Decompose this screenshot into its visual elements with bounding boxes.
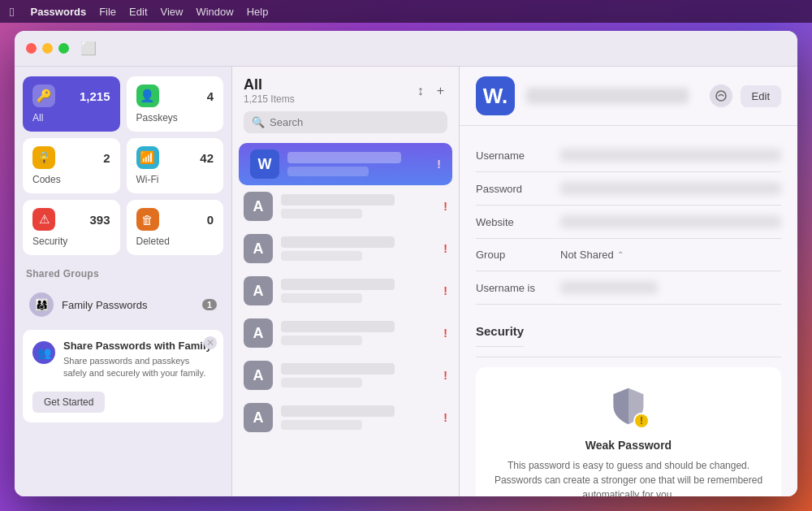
website-value bbox=[560, 215, 781, 228]
password-field-row: Password bbox=[476, 172, 781, 206]
item-avatar: A bbox=[244, 318, 273, 348]
password-label: Password bbox=[476, 183, 549, 195]
sidebar-item-all[interactable]: 🔑 1,215 All bbox=[23, 76, 120, 132]
wifi-icon: 📶 bbox=[136, 146, 159, 169]
item-name bbox=[281, 405, 395, 417]
detail-avatar: W. bbox=[476, 76, 515, 115]
add-button[interactable]: + bbox=[434, 80, 447, 102]
close-button[interactable] bbox=[26, 43, 37, 54]
detail-header: W. Edit bbox=[460, 67, 797, 126]
item-warning-icon: ! bbox=[443, 369, 447, 382]
content-area: 🔑 1,215 All 👤 4 Passkeys 🔒 2 bbox=[15, 67, 797, 496]
sidebar-item-wifi[interactable]: 📶 42 Wi-Fi bbox=[127, 138, 224, 193]
maximize-button[interactable] bbox=[58, 43, 69, 54]
sidebar: 🔑 1,215 All 👤 4 Passkeys 🔒 2 bbox=[15, 67, 232, 496]
username-field-row: Username bbox=[476, 139, 781, 172]
item-avatar: A bbox=[244, 403, 273, 432]
item-subtitle bbox=[287, 167, 369, 176]
sidebar-item-security[interactable]: ⚠ 393 Security bbox=[23, 200, 120, 255]
sidebar-toggle-icon[interactable]: ⬜ bbox=[80, 41, 97, 56]
item-name bbox=[281, 194, 395, 206]
wifi-label: Wi-Fi bbox=[136, 174, 214, 185]
item-warning-icon: ! bbox=[437, 158, 441, 171]
minimize-button[interactable] bbox=[42, 43, 53, 54]
all-icon: 🔑 bbox=[32, 84, 55, 107]
item-warning-icon: ! bbox=[443, 327, 447, 340]
promo-close-button[interactable]: ✕ bbox=[204, 336, 217, 349]
family-passwords-group[interactable]: 👨‍👩‍👧 Family Passwords 1 bbox=[23, 286, 223, 323]
security-label: Security bbox=[32, 236, 110, 247]
username-value bbox=[560, 149, 781, 162]
list-item[interactable]: A ! bbox=[232, 312, 459, 354]
item-name bbox=[281, 279, 395, 290]
weak-password-description: This password is easy to guess and shoul… bbox=[492, 458, 765, 496]
item-subtitle bbox=[281, 251, 362, 261]
username-is-label: Username is bbox=[476, 282, 549, 294]
menu-edit[interactable]: Edit bbox=[129, 6, 147, 18]
svg-point-0 bbox=[716, 91, 726, 101]
list-item[interactable]: A ! bbox=[232, 354, 459, 396]
search-input[interactable] bbox=[270, 116, 439, 128]
detail-fields: Username Password Website Group Not Shar… bbox=[460, 126, 797, 496]
menu-view[interactable]: View bbox=[161, 6, 184, 18]
all-label: All bbox=[32, 112, 110, 123]
item-name bbox=[281, 363, 395, 375]
touch-id-icon[interactable] bbox=[710, 84, 732, 107]
menu-window[interactable]: Window bbox=[196, 6, 233, 18]
search-icon: 🔍 bbox=[252, 116, 265, 128]
family-group-name: Family Passwords bbox=[62, 299, 194, 311]
deleted-label: Deleted bbox=[136, 236, 214, 247]
item-subtitle bbox=[281, 336, 362, 345]
item-subtitle bbox=[281, 378, 362, 388]
list-item[interactable]: A ! bbox=[232, 270, 459, 312]
password-value bbox=[560, 182, 781, 195]
edit-button[interactable]: Edit bbox=[741, 85, 781, 107]
passkeys-icon: 👤 bbox=[136, 84, 159, 107]
menu-file[interactable]: File bbox=[99, 6, 116, 18]
deleted-icon: 🗑 bbox=[136, 208, 159, 231]
menu-help[interactable]: Help bbox=[247, 6, 269, 18]
all-count: 1,215 bbox=[80, 89, 110, 103]
list-item[interactable]: A ! bbox=[232, 396, 459, 439]
item-subtitle bbox=[281, 293, 362, 303]
warning-badge: ! bbox=[633, 413, 650, 429]
codes-count: 2 bbox=[103, 151, 110, 165]
username-is-value bbox=[560, 281, 658, 294]
group-value[interactable]: Not Shared ⌃ bbox=[560, 249, 624, 261]
item-warning-icon: ! bbox=[443, 242, 447, 255]
promo-title: Share Passwords with Family bbox=[63, 340, 214, 352]
item-avatar: A bbox=[244, 361, 273, 390]
sidebar-item-codes[interactable]: 🔒 2 Codes bbox=[23, 138, 120, 193]
get-started-button[interactable]: Get Started bbox=[32, 392, 105, 413]
detail-actions: Edit bbox=[710, 84, 781, 107]
shared-groups-label: Shared Groups bbox=[26, 268, 220, 279]
security-count: 393 bbox=[89, 213, 110, 227]
weak-password-card: ! Weak Password This password is easy to… bbox=[476, 367, 781, 496]
sidebar-item-deleted[interactable]: 🗑 0 Deleted bbox=[127, 200, 224, 255]
menu-bar:  Passwords File Edit View Window Help bbox=[0, 0, 812, 23]
title-bar: ⬜ bbox=[15, 31, 797, 67]
list-item[interactable]: A ! bbox=[232, 227, 459, 270]
list-item[interactable]: A ! bbox=[232, 185, 459, 227]
item-warning-icon: ! bbox=[443, 200, 447, 213]
item-name bbox=[281, 321, 395, 332]
item-subtitle bbox=[281, 420, 362, 430]
item-info bbox=[287, 152, 429, 176]
item-avatar: W bbox=[250, 149, 279, 179]
username-is-field-row: Username is bbox=[476, 271, 781, 305]
passkeys-label: Passkeys bbox=[136, 112, 214, 123]
sort-button[interactable]: ↕︎ bbox=[414, 80, 427, 102]
shield-container: ! bbox=[607, 387, 650, 429]
deleted-count: 0 bbox=[207, 213, 214, 227]
search-box[interactable]: 🔍 bbox=[244, 111, 447, 133]
item-avatar: A bbox=[244, 234, 273, 263]
item-warning-icon: ! bbox=[443, 411, 447, 424]
wifi-count: 42 bbox=[200, 151, 214, 165]
sidebar-item-passkeys[interactable]: 👤 4 Passkeys bbox=[127, 76, 224, 132]
list-item[interactable]: W ! bbox=[239, 143, 452, 185]
item-name bbox=[287, 152, 401, 163]
list-panel: All 1,215 Items ↕︎ + 🔍 W bbox=[232, 67, 460, 496]
item-info bbox=[281, 194, 435, 219]
family-group-info: Family Passwords bbox=[62, 299, 194, 311]
codes-icon: 🔒 bbox=[32, 146, 55, 169]
